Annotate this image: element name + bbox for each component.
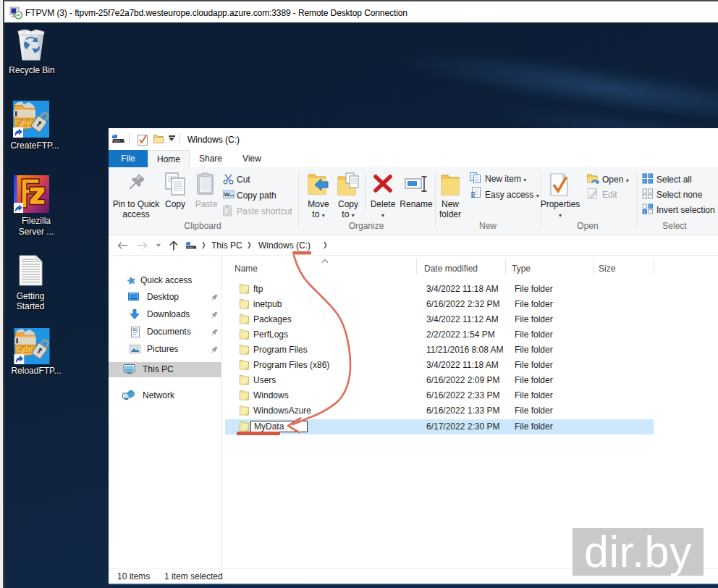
svg-text:W: W xyxy=(224,191,230,198)
